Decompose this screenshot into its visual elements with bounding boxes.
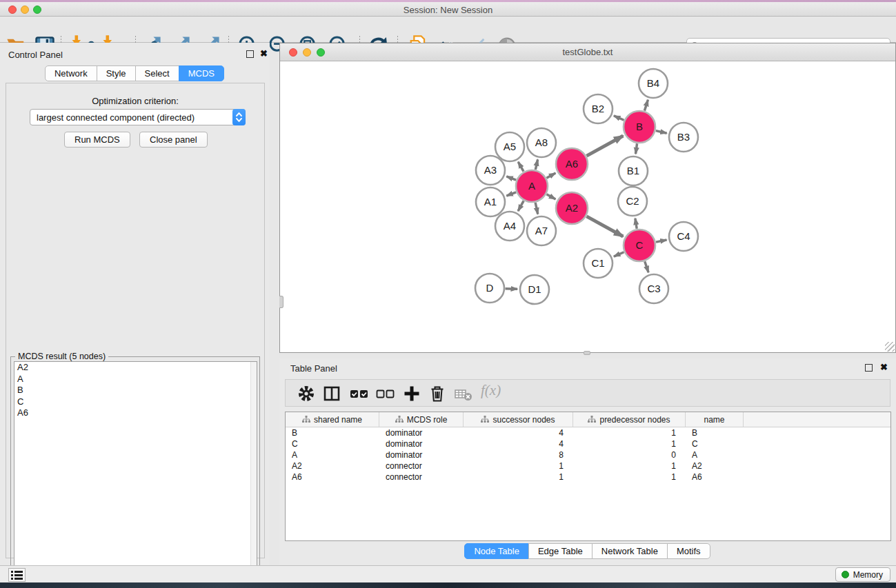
table-row[interactable]: A2connector11A2 (286, 460, 890, 472)
graph-node-C1[interactable]: C1 (584, 249, 613, 278)
mcds-result-item[interactable]: A2 (14, 362, 257, 374)
network-canvas[interactable]: B4B2BB3A5A8A6A3AB1A1C2A2A4A7C4CC1C3DD1 (280, 61, 895, 352)
svg-text:A4: A4 (504, 220, 516, 232)
table-cell: 1 (464, 472, 573, 483)
graph-edge-C-C4[interactable] (656, 240, 666, 242)
scrollbar-track[interactable] (250, 362, 257, 588)
selected-option: largest connected component (directed) (37, 112, 195, 123)
graph-edge-A-A8[interactable] (535, 159, 537, 170)
add-column-icon[interactable] (401, 383, 422, 404)
tab-edge-table[interactable]: Edge Table (528, 543, 593, 559)
canvas-edge-handle[interactable] (279, 296, 283, 308)
graph-edge-A-A5[interactable] (518, 162, 524, 172)
graph-edge-B-B3[interactable] (656, 131, 667, 134)
optimization-criterion-label: Optimization criterion: (6, 96, 264, 106)
mcds-result-item[interactable]: A6 (14, 407, 257, 419)
tab-motifs[interactable]: Motifs (667, 543, 710, 559)
graph-edge-A-A1[interactable] (506, 192, 516, 196)
graph-node-D[interactable]: D (475, 274, 504, 303)
column-header-successor-nodes[interactable]: successor nodes (464, 412, 573, 427)
close-panel-icon[interactable]: ✖ (880, 362, 888, 372)
graph-edge-D-D1[interactable] (505, 289, 517, 290)
graph-edge-C-C1[interactable] (614, 252, 624, 256)
graph-edge-B-B2[interactable] (614, 116, 624, 120)
column-header-predecessor-nodes[interactable]: predecessor nodes (573, 412, 686, 427)
graph-edge-A6-B[interactable] (586, 136, 623, 156)
graph-node-B1[interactable]: B1 (619, 156, 648, 185)
graph-node-C3[interactable]: C3 (639, 274, 668, 303)
graph-node-C2[interactable]: C2 (618, 187, 647, 216)
graph-node-C[interactable]: C (624, 230, 655, 261)
table-row[interactable]: Cdominator41C (286, 438, 890, 449)
graph-node-A4[interactable]: A4 (495, 212, 524, 241)
graph-edge-B-B4[interactable] (644, 100, 648, 111)
tab-node-table[interactable]: Node Table (464, 543, 529, 559)
graph-node-A1[interactable]: A1 (476, 187, 505, 216)
table-cell: dominator (379, 449, 464, 460)
svg-text:C1: C1 (591, 257, 604, 269)
tab-network[interactable]: Network (45, 65, 97, 81)
delete-column-icon[interactable] (427, 383, 448, 404)
tab-mcds[interactable]: MCDS (179, 65, 224, 81)
graph-node-C4[interactable]: C4 (669, 222, 698, 251)
float-panel-icon[interactable] (865, 364, 873, 372)
graph-node-A7[interactable]: A7 (527, 216, 556, 245)
table-cell: 1 (573, 472, 686, 483)
select-stepper[interactable] (232, 109, 246, 125)
mcds-result-item[interactable]: B (14, 385, 257, 396)
graph-node-B4[interactable]: B4 (639, 69, 668, 98)
mcds-result-item[interactable]: A (14, 374, 257, 385)
network-view-title: testGlobe.txt (280, 47, 895, 57)
graph-edge-A-A4[interactable] (518, 201, 524, 211)
table-cell: 1 (573, 460, 686, 472)
graph-node-A8[interactable]: A8 (527, 128, 556, 157)
column-network-icon (588, 416, 596, 423)
tab-network-table[interactable]: Network Table (592, 543, 668, 559)
graph-edge-C-C3[interactable] (645, 261, 648, 272)
graph-node-A5[interactable]: A5 (495, 132, 524, 161)
close-panel-button[interactable]: Close panel (139, 132, 208, 148)
settings-gear-icon[interactable] (296, 383, 317, 404)
graph-node-A2[interactable]: A2 (556, 192, 588, 224)
svg-text:C: C (636, 239, 644, 251)
graph-node-A3[interactable]: A3 (476, 156, 505, 185)
graph-node-B2[interactable]: B2 (584, 94, 613, 123)
float-panel-icon[interactable] (246, 50, 254, 58)
table-row[interactable]: A6connector11A6 (286, 472, 890, 483)
graph-edge-B-B1[interactable] (635, 143, 637, 154)
graph-node-B[interactable]: B (624, 111, 655, 143)
graph-edge-A-A7[interactable] (535, 203, 538, 214)
table-row[interactable]: Bdominator41B (286, 427, 890, 438)
column-header-MCDS-role[interactable]: MCDS role (379, 412, 464, 427)
network-view-window: testGlobe.txt B4B2BB3A5A8A6A3AB1A1C2A2A4… (279, 43, 896, 353)
graph-edge-A-A6[interactable] (546, 173, 555, 178)
graph-node-A[interactable]: A (516, 170, 548, 202)
close-panel-icon[interactable]: ✖ (260, 48, 268, 59)
svg-text:C4: C4 (677, 230, 690, 242)
window-resize-grip[interactable] (885, 342, 895, 352)
mcds-result-list[interactable]: A2ABCA6 (14, 361, 257, 588)
canvas-edge-handle[interactable] (584, 351, 590, 355)
graph-node-D1[interactable]: D1 (520, 275, 549, 304)
task-history-button[interactable] (8, 568, 26, 582)
graph-edge-A-A3[interactable] (506, 176, 516, 180)
run-mcds-button[interactable]: Run MCDS (64, 132, 130, 148)
split-columns-icon[interactable] (321, 383, 342, 404)
graph-edge-A2-C[interactable] (586, 216, 623, 236)
column-header-name[interactable]: name (686, 412, 744, 427)
mcds-result-item[interactable]: C (14, 396, 257, 408)
tab-style[interactable]: Style (97, 65, 136, 81)
graph-edge-A-A2[interactable] (546, 194, 555, 199)
memory-button[interactable]: Memory (835, 567, 890, 582)
graph-node-A6[interactable]: A6 (556, 148, 588, 180)
column-header-shared-name[interactable]: shared name (286, 412, 379, 427)
node-table[interactable]: shared nameMCDS rolesuccessor nodesprede… (285, 412, 891, 541)
optimization-criterion-select[interactable]: largest connected component (directed) (30, 109, 246, 125)
graph-node-B3[interactable]: B3 (669, 123, 698, 152)
graph-edge-C-C2[interactable] (635, 219, 637, 229)
select-all-icon[interactable] (349, 383, 370, 404)
table-row[interactable]: Adominator80A (286, 449, 890, 460)
node-table-header: shared nameMCDS rolesuccessor nodesprede… (286, 412, 890, 427)
tab-select[interactable]: Select (135, 65, 179, 81)
deselect-all-icon[interactable] (375, 383, 396, 404)
